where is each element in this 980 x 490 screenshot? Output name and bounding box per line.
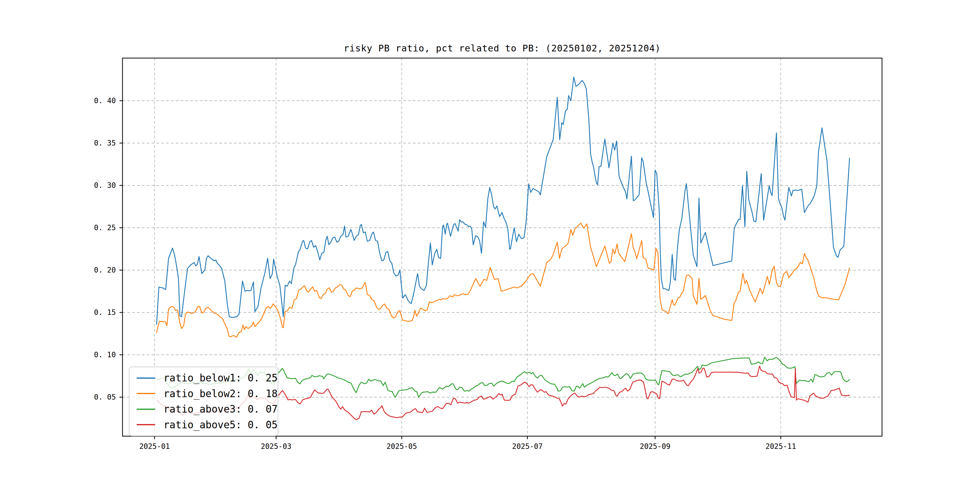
x-tick-label: 2025-03 (261, 442, 291, 451)
legend-item-ratio-below2: ratio_below2: 0. 18 (137, 387, 278, 401)
legend-item-ratio-above3: ratio_above3: 0. 07 (137, 402, 278, 416)
y-tick-label: 0. 05 (94, 393, 116, 401)
legend: ratio_below1: 0. 25 ratio_below2: 0. 18 … (129, 367, 278, 436)
y-tick-label: 0. 40 (94, 97, 116, 105)
series-ratio_below1 (157, 77, 850, 325)
legend-label: ratio_above3: 0. 07 (164, 403, 278, 415)
x-tick-label: 2025-09 (640, 442, 670, 451)
x-tick-label: 2025-11 (765, 442, 796, 451)
legend-line-swatch (137, 377, 155, 379)
legend-line-swatch (137, 424, 155, 425)
y-tick-label: 0. 30 (94, 181, 116, 190)
x-tick-label: 2025-05 (387, 442, 417, 451)
legend-item-ratio-below1: ratio_below1: 0. 25 (137, 371, 278, 385)
y-tick-label: 0. 20 (94, 266, 116, 274)
x-tick-label: 2025-07 (512, 442, 542, 451)
legend-label: ratio_below1: 0. 25 (164, 372, 278, 384)
y-tick-label: 0. 25 (94, 224, 116, 232)
figure: risky PB ratio, pct related to PB: (2025… (0, 0, 980, 490)
legend-line-swatch (137, 393, 155, 394)
x-tick-label: 2025-01 (139, 442, 170, 451)
y-tick-label: 0. 35 (94, 139, 116, 147)
y-tick-label: 0. 15 (94, 308, 116, 317)
legend-item-ratio-above5: ratio_above5: 0. 05 (137, 418, 278, 432)
legend-line-swatch (137, 409, 155, 410)
y-tick-label: 0. 10 (94, 350, 116, 359)
legend-label: ratio_below2: 0. 18 (164, 388, 278, 399)
legend-label: ratio_above5: 0. 05 (164, 419, 278, 431)
series-ratio_below2 (157, 223, 850, 337)
